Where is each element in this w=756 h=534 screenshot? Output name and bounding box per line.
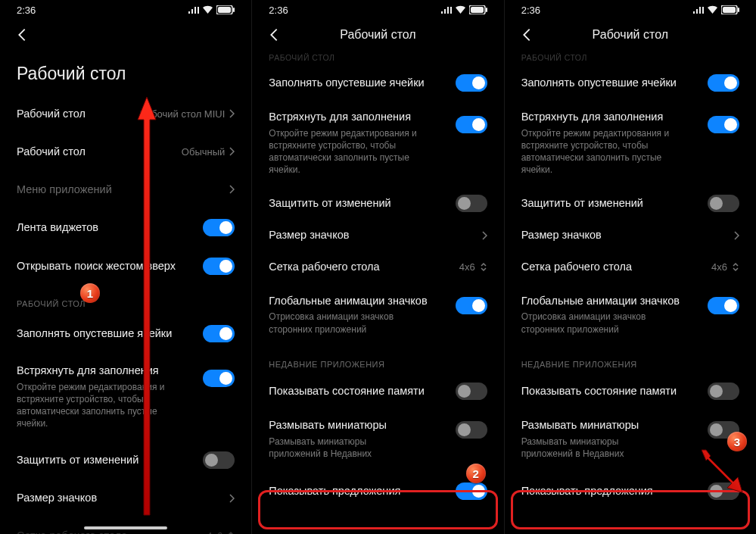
row-memory-state[interactable]: Показывать состояние памяти bbox=[252, 375, 503, 408]
row-shake-fill[interactable]: Встряхнуть для заполнения Откройте режим… bbox=[0, 353, 251, 441]
nav-indicator[interactable] bbox=[84, 526, 167, 529]
signal-icon bbox=[440, 6, 452, 14]
svg-rect-2 bbox=[233, 8, 235, 12]
page-header bbox=[0, 20, 251, 50]
row-shake-fill[interactable]: Встряхнуть для заполнения Откройте режим… bbox=[252, 99, 503, 187]
row-value bbox=[734, 231, 739, 240]
toggle-global-anim[interactable] bbox=[456, 297, 487, 314]
toggle-fill-empty[interactable] bbox=[456, 74, 487, 92]
toggle-blur-thumbs[interactable] bbox=[456, 421, 487, 439]
status-bar: 2:36 bbox=[0, 0, 251, 20]
toggle-lock-layout[interactable] bbox=[456, 195, 487, 212]
back-button[interactable] bbox=[515, 23, 538, 46]
status-icons bbox=[692, 5, 739, 14]
back-button[interactable] bbox=[263, 23, 285, 46]
row-lock-layout[interactable]: Защитить от изменений bbox=[252, 187, 503, 220]
row-memory-state[interactable]: Показывать состояние памяти bbox=[505, 375, 756, 408]
toggle-show-suggestions[interactable] bbox=[708, 482, 739, 500]
row-grid[interactable]: Сетка рабочего стола 4x6 bbox=[505, 251, 756, 283]
row-home-mode[interactable]: Рабочий стол Обычный bbox=[0, 133, 251, 170]
chevron-right-icon bbox=[229, 109, 235, 118]
phone-panel-1: 2:36 Рабочий стол Рабочий стол Рабочий с… bbox=[0, 0, 252, 534]
toggle-memory-state[interactable] bbox=[456, 383, 487, 400]
toggle-lock-layout[interactable] bbox=[203, 451, 235, 469]
header-title: Рабочий стол bbox=[285, 28, 470, 42]
step-badge-3: 3 bbox=[727, 432, 747, 451]
svg-rect-1 bbox=[218, 7, 231, 13]
row-global-anim[interactable]: Глобальные анимации значков Отрисовка ан… bbox=[505, 283, 756, 346]
row-global-anim[interactable]: Глобальные анимации значков Отрисовка ан… bbox=[252, 283, 503, 346]
status-time: 2:36 bbox=[17, 5, 188, 16]
toggle-lock-layout[interactable] bbox=[708, 195, 739, 212]
section-home-mini: РАБОЧИЙ СТОЛ bbox=[252, 50, 503, 67]
status-time: 2:36 bbox=[521, 5, 692, 16]
chevron-right-icon bbox=[734, 231, 739, 240]
wifi-icon bbox=[455, 5, 466, 14]
page-header: Рабочий стол bbox=[505, 20, 756, 50]
settings-list[interactable]: РАБОЧИЙ СТОЛ Заполнять опустевшие ячейки… bbox=[505, 50, 756, 534]
toggle-fill-empty[interactable] bbox=[203, 325, 235, 342]
row-value: Обычный bbox=[182, 146, 235, 158]
section-home: РАБОЧИЙ СТОЛ bbox=[0, 286, 251, 314]
battery-icon bbox=[469, 5, 487, 14]
row-app-menu: Меню приложений bbox=[0, 170, 251, 208]
row-value: Рабочий стол MIUI bbox=[140, 108, 235, 120]
status-bar: 2:36 bbox=[505, 0, 756, 20]
settings-list[interactable]: Рабочий стол Рабочий стол MIUI Рабочий с… bbox=[0, 95, 251, 534]
row-icon-size[interactable]: Размер значков bbox=[505, 220, 756, 251]
row-value: 4x6 bbox=[459, 261, 487, 273]
phone-panel-3: 2:36 Рабочий стол РАБОЧИЙ СТОЛ Заполнять… bbox=[505, 0, 756, 534]
chevron-right-icon bbox=[229, 494, 235, 503]
status-bar: 2:36 bbox=[252, 0, 503, 20]
row-fill-empty[interactable]: Заполнять опустевшие ячейки bbox=[505, 67, 756, 99]
toggle-shake-fill[interactable] bbox=[456, 116, 487, 133]
toggle-show-suggestions[interactable] bbox=[456, 482, 487, 500]
toggle-shake-fill[interactable] bbox=[203, 370, 235, 387]
row-value bbox=[482, 231, 487, 240]
battery-icon bbox=[216, 5, 235, 14]
row-value bbox=[229, 494, 235, 503]
row-lock-layout[interactable]: Защитить от изменений bbox=[0, 441, 251, 479]
chevron-right-icon bbox=[482, 231, 487, 240]
row-widget-feed[interactable]: Лента виджетов bbox=[0, 208, 251, 247]
row-grid[interactable]: Сетка рабочего стола 4x6 bbox=[0, 517, 251, 534]
section-home-mini: РАБОЧИЙ СТОЛ bbox=[505, 50, 756, 67]
row-icon-size[interactable]: Размер значков bbox=[252, 220, 503, 251]
toggle-global-anim[interactable] bbox=[708, 297, 739, 314]
svg-rect-7 bbox=[723, 7, 736, 13]
svg-rect-4 bbox=[471, 7, 484, 13]
signal-icon bbox=[188, 6, 199, 14]
row-shake-fill[interactable]: Встряхнуть для заполнения Откройте режим… bbox=[505, 99, 756, 187]
section-recent: НЕДАВНИЕ ПРИЛОЖЕНИЯ bbox=[252, 346, 503, 375]
row-search-gesture[interactable]: Открывать поиск жестом вверх bbox=[0, 247, 251, 286]
chevron-right-icon bbox=[229, 185, 235, 194]
toggle-widget-feed[interactable] bbox=[203, 219, 235, 236]
row-grid[interactable]: Сетка рабочего стола 4x6 bbox=[252, 251, 503, 283]
back-button[interactable] bbox=[11, 23, 33, 46]
phone-panel-2: 2:36 Рабочий стол РАБОЧИЙ СТОЛ Заполнять… bbox=[252, 0, 504, 534]
row-value: 4x6 bbox=[207, 530, 235, 534]
section-recent: НЕДАВНИЕ ПРИЛОЖЕНИЯ bbox=[505, 346, 756, 375]
signal-icon bbox=[692, 6, 704, 14]
step-badge-1: 1 bbox=[80, 283, 100, 303]
row-lock-layout[interactable]: Защитить от изменений bbox=[505, 187, 756, 220]
toggle-search-gesture[interactable] bbox=[203, 258, 235, 275]
row-value: 4x6 bbox=[711, 261, 739, 273]
toggle-fill-empty[interactable] bbox=[708, 74, 739, 92]
settings-list[interactable]: РАБОЧИЙ СТОЛ Заполнять опустевшие ячейки… bbox=[252, 50, 503, 534]
status-time: 2:36 bbox=[269, 5, 440, 16]
row-blur-thumbs[interactable]: Размывать миниатюры Размывать миниатюры … bbox=[252, 408, 503, 470]
row-fill-empty[interactable]: Заполнять опустевшие ячейки bbox=[0, 314, 251, 353]
wifi-icon bbox=[202, 5, 213, 14]
row-show-suggestions[interactable]: Показывать предложения bbox=[505, 470, 756, 511]
row-icon-size[interactable]: Размер значков bbox=[0, 479, 251, 517]
toggle-memory-state[interactable] bbox=[708, 383, 739, 400]
row-fill-empty[interactable]: Заполнять опустевшие ячейки bbox=[252, 67, 503, 99]
battery-icon bbox=[721, 5, 739, 14]
step-badge-2: 2 bbox=[466, 464, 486, 483]
wifi-icon bbox=[707, 5, 718, 14]
toggle-shake-fill[interactable] bbox=[708, 116, 739, 133]
row-home-launcher[interactable]: Рабочий стол Рабочий стол MIUI bbox=[0, 95, 251, 133]
row-blur-thumbs[interactable]: Размывать миниатюры Размывать миниатюры … bbox=[505, 408, 756, 470]
row-value bbox=[229, 185, 235, 194]
